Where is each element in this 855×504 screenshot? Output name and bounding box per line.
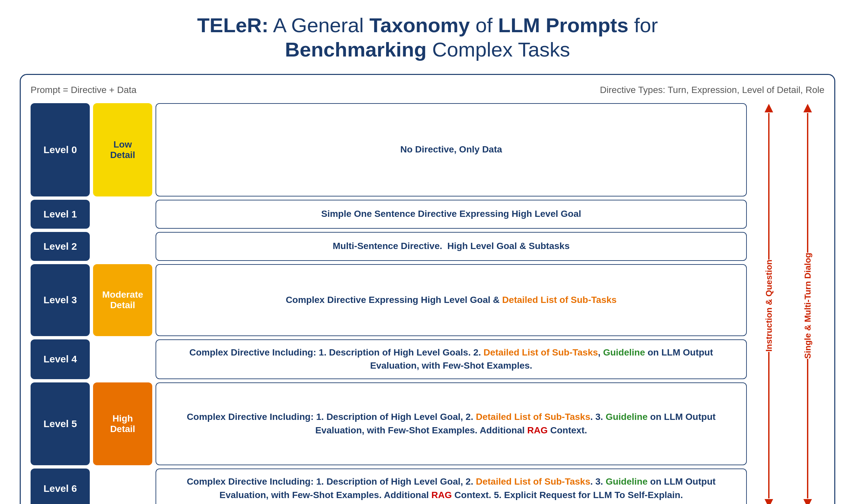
row-level-3: Level 3 ModerateDetail Complex Directive…	[31, 264, 747, 336]
svg-marker-3	[803, 499, 812, 504]
row-level-2: Level 2 LowDetail Multi-Sentence Directi…	[31, 232, 747, 261]
level-4-label: Level 4	[31, 339, 90, 379]
main-box: Prompt = Directive + Data Directive Type…	[20, 74, 835, 504]
desc-level-3: Complex Directive Expressing High Level …	[156, 264, 747, 336]
level-6-label: Level 6	[31, 469, 90, 504]
svg-marker-2	[803, 104, 812, 112]
detail-low: LowDetail	[93, 103, 152, 197]
level-5-label: Level 5	[31, 382, 90, 465]
arrow-down-icon	[764, 499, 774, 504]
desc-level-5: Complex Directive Including: 1. Descript…	[156, 382, 747, 465]
dialog-label: Single & Multi-Turn Dialog	[803, 253, 813, 359]
detail-moderate: ModerateDetail	[93, 264, 152, 336]
level-0-label: Level 0	[31, 103, 90, 197]
row-level-4: Level 4 ModerateDetail Complex Directive…	[31, 339, 747, 379]
level-1-label: Level 1	[31, 200, 90, 229]
row-level-6: Level 6 HighDetail Complex Directive Inc…	[31, 469, 747, 504]
desc-level-1: Simple One Sentence Directive Expressing…	[156, 200, 747, 229]
arrow-instruction: Instruction & Question	[752, 103, 786, 504]
desc-level-2: Multi-Sentence Directive. High Level Goa…	[156, 232, 747, 261]
arrow-up2-icon	[803, 103, 813, 113]
row-level-1: Level 1 LowDetail Simple One Sentence Di…	[31, 200, 747, 229]
page-title: TELeR: A General Taxonomy of LLM Prompts…	[197, 13, 658, 62]
desc-level-0: No Directive, Only Data	[156, 103, 747, 197]
header-right: Directive Types: Turn, Expression, Level…	[600, 85, 824, 95]
detail-high: HighDetail	[93, 382, 152, 465]
level-3-label: Level 3	[31, 264, 90, 336]
header-left: Prompt = Directive + Data	[31, 85, 137, 95]
svg-marker-0	[765, 104, 773, 112]
box-header: Prompt = Directive + Data Directive Type…	[31, 85, 824, 95]
arrow-up-icon	[764, 103, 774, 113]
title-benchmarking: Benchmarking	[285, 38, 426, 61]
desc-level-6: Complex Directive Including: 1. Descript…	[156, 469, 747, 504]
desc-level-4: Complex Directive Including: 1. Descript…	[156, 339, 747, 379]
svg-marker-1	[765, 499, 773, 504]
level-2-label: Level 2	[31, 232, 90, 261]
row-level-0: Level 0 LowDetail No Directive, Only Dat…	[31, 103, 747, 197]
title-taxonomy: Taxonomy	[369, 14, 470, 36]
instruction-label: Instruction & Question	[764, 259, 774, 352]
title-teler: TELeR:	[197, 14, 268, 36]
title-llm: LLM Prompts	[498, 14, 628, 36]
arrow-dialog: Single & Multi-Turn Dialog	[791, 103, 824, 504]
arrow-down2-icon	[803, 499, 813, 504]
row-level-5: Level 5 HighDetail Complex Directive Inc…	[31, 382, 747, 465]
